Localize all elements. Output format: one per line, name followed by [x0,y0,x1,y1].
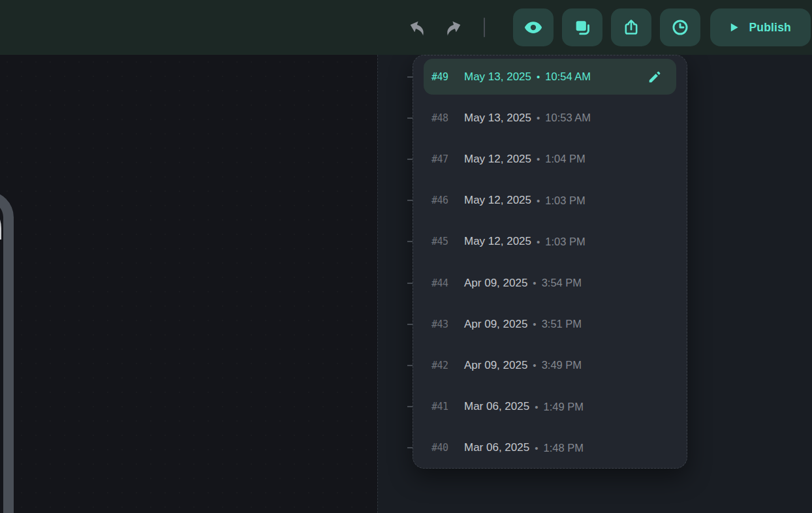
version-number: #46 [431,194,463,206]
eye-icon [523,18,543,37]
bullet-separator: • [537,195,540,206]
bullet-separator: • [537,71,540,82]
version-row[interactable]: #44 Apr 09, 2025 • 3:54 PM [413,262,687,303]
history-icon [671,18,689,37]
preview-button[interactable] [513,8,554,46]
version-number: #48 [431,112,463,124]
version-time: 1:48 PM [543,442,583,454]
bullet-separator: • [533,319,536,330]
version-row[interactable]: #48 May 13, 2025 • 10:53 AM [413,97,687,138]
share-button[interactable] [611,8,651,46]
bullet-separator: • [533,277,536,288]
version-time: 1:49 PM [543,401,583,413]
version-date: Mar 06, 2025 [464,441,529,454]
version-number: #41 [431,401,463,412]
version-date: Apr 09, 2025 [464,318,527,331]
bullet-separator: • [537,112,540,123]
version-date: May 12, 2025 [464,194,531,207]
share-icon [622,18,640,37]
publish-button[interactable]: Publish [710,8,811,46]
version-row[interactable]: #43 Apr 09, 2025 • 3:51 PM [413,303,687,345]
publish-label: Publish [749,21,791,35]
version-row[interactable]: #49 May 13, 2025 • 10:54 AM [413,56,687,97]
bullet-separator: • [537,236,540,247]
version-time: 3:54 PM [542,277,582,289]
version-time: 1:03 PM [545,236,585,248]
undo-icon [405,15,430,40]
bullet-separator: • [535,401,538,412]
version-row[interactable]: #41 Mar 06, 2025 • 1:49 PM [413,386,687,428]
canvas-left-pane [0,55,377,513]
version-number: #42 [431,360,463,371]
version-date: Mar 06, 2025 [464,400,529,413]
bullet-separator: • [537,153,540,164]
version-date: May 13, 2025 [464,70,531,84]
version-row[interactable]: #47 May 12, 2025 • 1:04 PM [413,138,687,179]
play-icon [727,21,740,34]
version-date: Apr 09, 2025 [464,277,527,290]
version-time: 10:54 AM [545,70,591,83]
clipped-card-frame [0,191,14,513]
pencil-icon[interactable] [648,70,662,84]
version-number: #47 [431,153,463,165]
version-row[interactable]: #46 May 12, 2025 • 1:03 PM [413,180,687,221]
version-time: 1:03 PM [545,194,585,207]
version-date: May 13, 2025 [464,112,531,125]
version-number: #44 [431,277,463,289]
version-number: #40 [431,442,463,454]
toolbar: Publish [407,0,811,55]
toolbar-divider [484,18,485,37]
undo-button[interactable] [407,16,429,39]
version-list: #49 May 13, 2025 • 10:54 AM #48 May 13, … [413,55,687,468]
duplicate-icon [573,18,591,37]
version-number: #43 [431,319,463,330]
version-time: 3:49 PM [542,359,582,371]
history-button[interactable] [660,8,700,46]
version-time: 10:53 AM [545,112,591,124]
redo-button[interactable] [442,16,464,39]
version-row[interactable]: #40 Mar 06, 2025 • 1:48 PM [413,428,687,469]
version-time: 1:04 PM [545,153,585,165]
editor-canvas: #49 May 13, 2025 • 10:54 AM #48 May 13, … [0,55,812,513]
redo-icon [441,15,465,40]
version-row[interactable]: #45 May 12, 2025 • 1:03 PM [413,221,687,262]
version-number: #45 [431,236,463,247]
version-time: 3:51 PM [542,318,582,330]
version-date: May 12, 2025 [464,153,531,166]
bullet-separator: • [535,443,538,454]
version-date: May 12, 2025 [464,235,531,248]
version-row[interactable]: #42 Apr 09, 2025 • 3:49 PM [413,345,687,386]
duplicate-button[interactable] [562,8,602,46]
bullet-separator: • [533,360,536,371]
version-date: Apr 09, 2025 [464,359,527,372]
version-number: #49 [431,71,463,83]
version-history-panel: #49 May 13, 2025 • 10:54 AM #48 May 13, … [413,55,687,469]
